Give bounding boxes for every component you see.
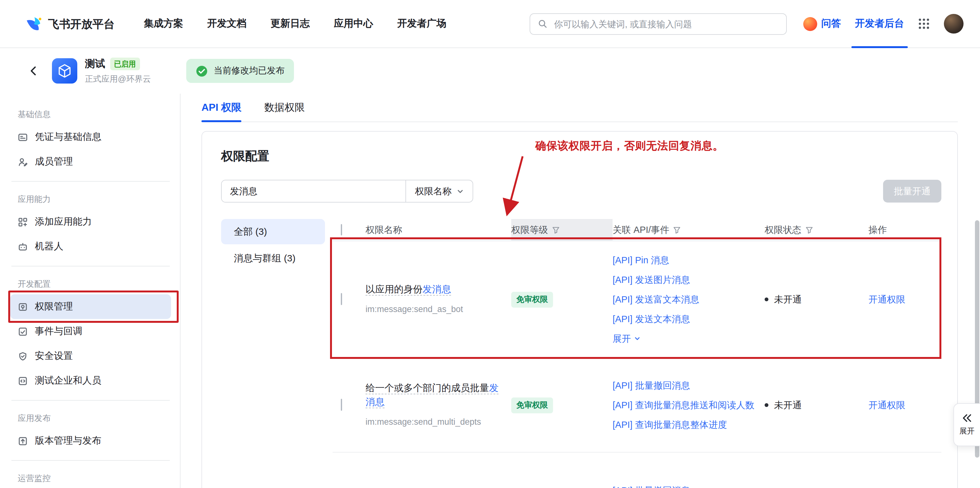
expand-panel-button[interactable]: 展开 [953, 403, 980, 446]
bulk-approve-button[interactable]: 批量开通 [883, 180, 941, 203]
publish-up-icon [18, 436, 28, 446]
permission-name: 以应用的身份发消息 [366, 284, 451, 296]
global-search [529, 13, 786, 35]
grid-plus-icon [18, 217, 28, 227]
sidebar-item-security[interactable]: 安全设置 [10, 344, 171, 368]
brand-name: 飞书开放平台 [48, 16, 115, 31]
permission-row: 给多个用户批量发消息 [API] 批量撤回消息 [API] 查询批量消息推送和阅… [332, 453, 941, 488]
sidebar-item-label: 版本管理与发布 [35, 435, 101, 447]
sidebar-divider [11, 400, 170, 401]
publish-status-text: 当前修改均已发布 [213, 65, 285, 77]
check-circle-icon [196, 65, 208, 77]
annotation-text: 确保该权限开启，否则无法回复消息。 [535, 139, 724, 153]
permission-row: 给一个或多个部门的成员批量发消息 im:message:send_multi_d… [332, 358, 941, 453]
api-list: [API] Pin 消息 [API] 发送图片消息 [API] 发送富文本消息 … [612, 243, 765, 356]
filter-funnel-icon[interactable] [673, 226, 681, 234]
col-api: 关联 API/事件 [612, 224, 669, 236]
filter-funnel-icon[interactable] [805, 226, 813, 234]
tab-api-permission[interactable]: API 权限 [202, 93, 241, 122]
grant-permission-link[interactable]: 开通权限 [869, 400, 905, 410]
search-icon [538, 19, 547, 29]
api-link[interactable]: [API] 查询批量消息推送和阅读人数 [612, 399, 756, 411]
api-link[interactable]: [API] 发送图片消息 [612, 273, 756, 286]
sidebar-item-members[interactable]: 成员管理 [10, 149, 171, 174]
permission-row: 以应用的身份发消息 im:message:send_as_bot 免审权限 [A… [332, 241, 941, 358]
nav-item-integration[interactable]: 集成方案 [144, 17, 183, 30]
level-badge: 免审权限 [511, 292, 553, 307]
permission-name-text: 以应用的身份 [366, 284, 423, 294]
status-text: 未开通 [774, 399, 802, 411]
status-cell: 未开通 [765, 399, 869, 411]
sidebar-item-version[interactable]: 版本管理与发布 [10, 428, 171, 453]
app-icon [52, 58, 77, 84]
user-avatar[interactable] [944, 14, 964, 33]
level-badge: 免审权限 [511, 397, 553, 413]
sidebar-item-permissions[interactable]: 权限管理 [10, 294, 171, 319]
sidebar-item-bot[interactable]: 机器人 [10, 234, 171, 259]
category-message-group[interactable]: 消息与群组 (3) [221, 246, 325, 271]
sidebar-section-monitor: 运营监控 [10, 468, 171, 488]
sidebar-item-label: 添加应用能力 [35, 216, 92, 228]
permission-filter-select[interactable]: 权限名称 [406, 181, 473, 202]
brand[interactable]: 飞书开放平台 [25, 15, 115, 32]
api-link[interactable]: [API] Pin 消息 [612, 254, 756, 266]
col-name: 权限名称 [366, 224, 402, 236]
sidebar-item-label: 安全设置 [35, 350, 73, 362]
filter-funnel-icon[interactable] [552, 226, 560, 234]
safe-lock-icon [18, 302, 28, 312]
nav-item-changelog[interactable]: 更新日志 [270, 17, 310, 30]
nav-item-docs[interactable]: 开发文档 [207, 17, 247, 30]
app-meta: 测试 已启用 正式应用@环界云 [85, 57, 151, 84]
row-checkbox[interactable] [341, 399, 342, 411]
permission-name-link[interactable]: 发消息 [423, 284, 451, 294]
permission-tabs: API 权限 数据权限 [202, 93, 958, 122]
nav-item-app-center[interactable]: 应用中心 [334, 17, 373, 30]
api-link[interactable]: [API] 查询批量消息整体进度 [612, 418, 756, 431]
feishu-logo-icon [25, 15, 43, 32]
expand-apis-link[interactable]: 展开 [612, 332, 756, 345]
app-header: 测试 已启用 正式应用@环界云 当前修改均已发布 [0, 48, 980, 93]
api-link[interactable]: [API] 批量撤回消息 [612, 379, 756, 392]
sidebar-section-basic: 基础信息 [10, 104, 171, 125]
sidebar-item-events[interactable]: 事件与回调 [10, 319, 171, 344]
api-link[interactable]: [API] 批量撤回消息 [612, 484, 756, 488]
sidebar-item-test-org[interactable]: 测试企业和人员 [10, 368, 171, 393]
id-card-icon [18, 132, 28, 142]
sidebar-item-add-capability[interactable]: 添加应用能力 [10, 209, 171, 234]
col-action: 操作 [869, 224, 887, 236]
qa-icon [803, 17, 817, 31]
permission-search: 权限名称 [221, 180, 473, 203]
api-link[interactable]: [API] 发送富文本消息 [612, 293, 756, 306]
global-search-input[interactable] [553, 18, 778, 29]
status-cell: 未开通 [765, 293, 869, 306]
nav-item-dev-plaza[interactable]: 开发者广场 [397, 17, 446, 30]
console-link[interactable]: 开发者后台 [855, 0, 904, 48]
expand-panel-label: 展开 [959, 426, 975, 436]
sidebar-divider [11, 460, 170, 461]
status-text: 未开通 [774, 293, 802, 306]
grant-permission-link[interactable]: 开通权限 [869, 294, 905, 304]
col-level: 权限等级 [511, 224, 548, 236]
event-callback-icon [18, 326, 28, 336]
api-link[interactable]: [API] 发送文本消息 [612, 313, 756, 325]
sidebar-item-label: 机器人 [35, 241, 64, 252]
tab-data-permission[interactable]: 数据权限 [264, 93, 305, 122]
category-all[interactable]: 全部 (3) [221, 219, 325, 244]
permission-body: 全部 (3) 消息与群组 (3) 权限名称 权限等级 [221, 219, 941, 488]
navbar-right: 问答 开发者后台 [803, 0, 964, 48]
row-checkbox[interactable] [341, 293, 342, 305]
permission-name-text: 给一个或多个部门的成员批量 [366, 382, 489, 393]
sidebar-item-credentials[interactable]: 凭证与基础信息 [10, 125, 171, 149]
apps-grid-button[interactable] [918, 18, 930, 30]
annotation-box-sidebar [8, 290, 179, 323]
col-status: 权限状态 [765, 224, 801, 236]
sidebar-divider [11, 266, 170, 266]
table-header: 权限名称 权限等级 关联 API/事件 [332, 219, 941, 241]
publish-status-banner: 当前修改均已发布 [186, 59, 294, 83]
app-subtitle: 正式应用@环界云 [85, 73, 151, 84]
annotation-arrow-icon [493, 154, 531, 219]
qa-link[interactable]: 问答 [803, 17, 841, 31]
select-all-checkbox[interactable] [341, 224, 342, 236]
back-button[interactable] [25, 63, 42, 79]
permission-search-input[interactable] [222, 181, 406, 202]
